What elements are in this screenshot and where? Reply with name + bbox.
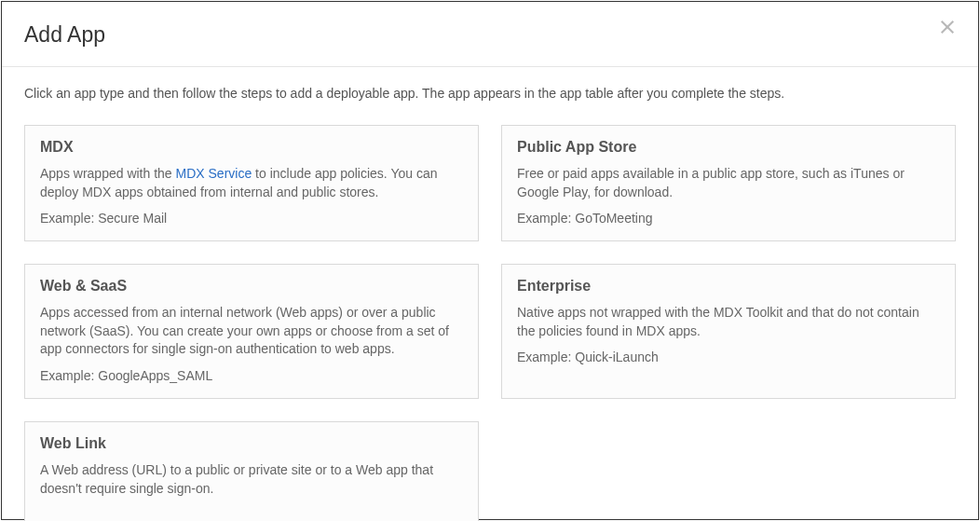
card-example: Example: GoToMeeting: [517, 211, 940, 226]
card-example: Example: GoogleApps_SAML: [40, 368, 463, 383]
card-example: Example: Quick-iLaunch: [517, 350, 940, 364]
card-title: Enterprise: [517, 278, 940, 295]
card-description: Free or paid apps available in a public …: [517, 165, 940, 201]
card-title: MDX: [40, 139, 463, 156]
card-description: Apps accessed from an internal network (…: [40, 304, 463, 359]
card-example: Example: Secure Mail: [40, 211, 463, 226]
card-public-app-store[interactable]: Public App Store Free or paid apps avail…: [501, 125, 956, 241]
card-enterprise[interactable]: Enterprise Native apps not wrapped with …: [501, 264, 956, 399]
app-type-grid: MDX Apps wrapped with the MDX Service to…: [24, 125, 956, 521]
card-title: Public App Store: [517, 139, 940, 156]
add-app-dialog: Add App Click an app type and then follo…: [1, 1, 979, 520]
desc-prefix: Apps wrapped with the: [40, 166, 176, 181]
close-icon: [939, 19, 956, 35]
card-description: A Web address (URL) to a public or priva…: [40, 461, 463, 498]
instructions-text: Click an app type and then follow the st…: [24, 86, 956, 101]
mdx-service-link[interactable]: MDX Service: [176, 166, 252, 181]
close-button[interactable]: [939, 19, 956, 38]
dialog-title: Add App: [24, 22, 105, 48]
dialog-header: Add App: [2, 2, 978, 67]
dialog-body: Click an app type and then follow the st…: [2, 67, 978, 521]
card-description: Native apps not wrapped with the MDX Too…: [517, 304, 940, 340]
card-title: Web Link: [40, 435, 463, 452]
card-title: Web & SaaS: [40, 278, 463, 295]
card-description: Apps wrapped with the MDX Service to inc…: [40, 165, 463, 201]
card-mdx[interactable]: MDX Apps wrapped with the MDX Service to…: [24, 125, 479, 241]
card-web-link[interactable]: Web Link A Web address (URL) to a public…: [24, 421, 479, 521]
card-web-saas[interactable]: Web & SaaS Apps accessed from an interna…: [24, 264, 479, 399]
